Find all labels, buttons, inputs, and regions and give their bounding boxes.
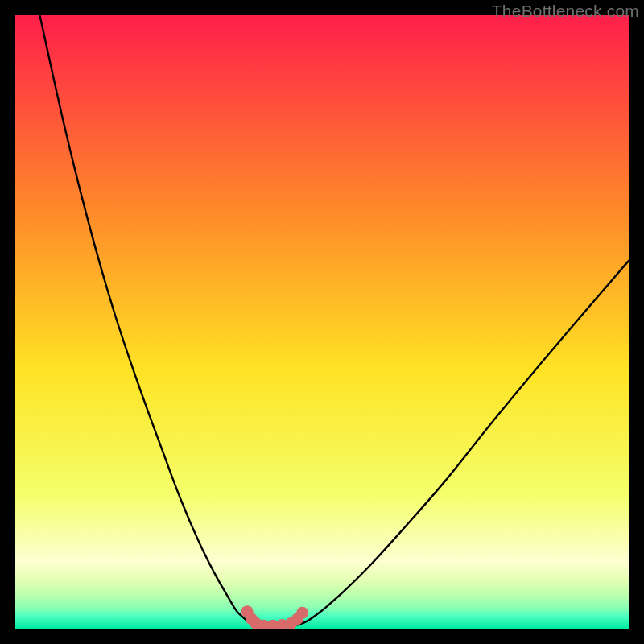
right-curve	[298, 261, 629, 625]
chart-plot	[15, 15, 629, 629]
watermark-text: TheBottleneck.com	[492, 2, 639, 21]
chart-frame	[15, 15, 629, 629]
left-curve	[39, 15, 254, 625]
valley-knot	[296, 607, 308, 619]
